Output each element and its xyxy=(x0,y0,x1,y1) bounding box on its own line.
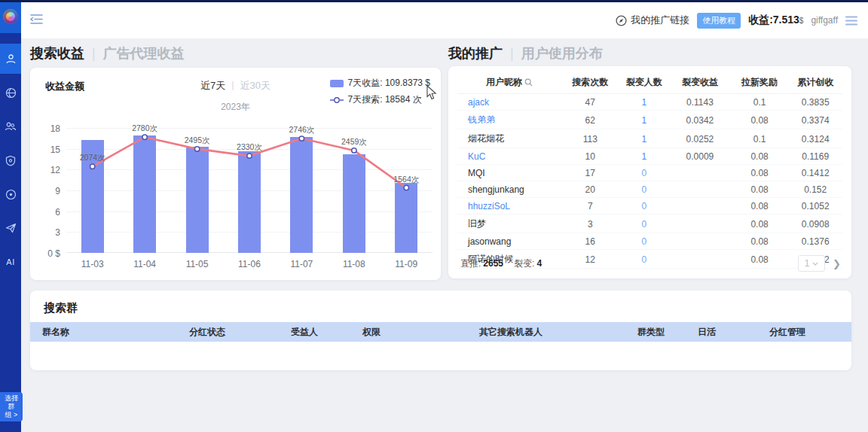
cell-new-reward: 0.08 xyxy=(731,148,789,165)
cell-total: 0.3374 xyxy=(788,111,842,129)
cell-nickname: shengjunkang xyxy=(457,181,561,198)
cell-nickname[interactable]: KuC xyxy=(457,148,561,165)
cell-total: 0.152 xyxy=(788,181,842,198)
line-point-label: 2780次 xyxy=(132,123,157,132)
x-tick-label: 11-09 xyxy=(381,259,432,269)
revenue-amount: 收益:7.513$ xyxy=(748,14,803,27)
cell-fission-count[interactable]: 0 xyxy=(619,165,669,181)
cell-fission-count[interactable]: 0 xyxy=(619,181,669,198)
line-point-label: 2330次 xyxy=(237,142,262,151)
cell-nickname[interactable]: 钱弟弟 xyxy=(457,111,561,129)
promo-link-label: 我的推广链接 xyxy=(631,14,689,27)
range-7days[interactable]: 近7天 xyxy=(200,79,225,93)
cell-fission-count[interactable]: 0 xyxy=(619,233,669,250)
promo-table-row: KuC1010.00090.080.1169 xyxy=(457,148,842,165)
cell-nickname: jasonwang xyxy=(457,233,561,250)
metric-label: 收益金额 xyxy=(45,80,84,93)
top-edge-strip xyxy=(0,0,868,2)
line-marker[interactable] xyxy=(299,136,304,141)
cell-searches: 47 xyxy=(561,94,619,111)
cell-total: 0.1376 xyxy=(788,233,842,250)
line-point-label: 2746次 xyxy=(289,125,314,134)
cell-nickname: MQI xyxy=(457,165,561,181)
cell-fission-count[interactable]: 1 xyxy=(619,111,669,129)
cell-fission-revenue xyxy=(669,233,731,250)
cell-fission-count[interactable]: 1 xyxy=(619,94,669,111)
cell-total: 0.1169 xyxy=(788,148,842,165)
x-tick-label: 11-07 xyxy=(276,259,328,269)
search-line-layer: 2074次2780次2495次2330次2746次2459次1564次 xyxy=(66,128,432,253)
header-searches: 搜索次数 xyxy=(561,71,619,94)
cell-total: 0.1412 xyxy=(788,165,842,181)
page-select[interactable]: 1 xyxy=(798,255,825,272)
direct-value: 2655 xyxy=(483,258,503,269)
line-marker[interactable] xyxy=(142,135,147,139)
select-group-badge[interactable]: 选择群 组 > xyxy=(0,392,23,421)
legend-revenue-label: 7天收益: 109.8373 $ xyxy=(348,77,430,90)
sidebar-item-send-icon[interactable] xyxy=(0,213,21,243)
cell-new-reward: 0.08 xyxy=(731,165,789,181)
sidebar-item-shield-icon[interactable] xyxy=(0,145,21,175)
cell-searches: 10 xyxy=(561,148,619,165)
next-page-icon[interactable]: ❯ xyxy=(833,258,841,269)
sidebar-item-globe-icon[interactable] xyxy=(0,78,21,108)
line-point-label: 2459次 xyxy=(341,137,367,146)
line-marker[interactable] xyxy=(352,148,356,153)
cell-total: 0.3124 xyxy=(788,129,842,148)
cell-searches: 7 xyxy=(561,198,619,214)
legend-search[interactable]: 7天搜索: 18584 次 xyxy=(330,93,430,106)
y-tick-label: 15 xyxy=(35,145,60,155)
legend-revenue[interactable]: 7天收益: 109.8373 $ xyxy=(330,77,430,90)
legend-search-label: 7天搜索: 18584 次 xyxy=(348,93,422,106)
my-promo-link[interactable]: 我的推广链接 xyxy=(616,14,689,27)
cell-nickname[interactable]: hhuzziSoL xyxy=(457,198,561,214)
select-group-line1: 选择群 xyxy=(2,394,21,411)
x-tick-label: 11-06 xyxy=(223,259,275,269)
cell-new-reward: 0.08 xyxy=(731,181,789,198)
line-marker[interactable] xyxy=(194,147,199,151)
tab-my-promotion[interactable]: 我的推广 xyxy=(448,44,503,62)
promo-table-row: 烟花烟花11310.02520.10.3124 xyxy=(457,129,842,148)
hamburger-menu-icon[interactable] xyxy=(845,16,857,26)
cell-new-reward: 0.1 xyxy=(731,129,789,148)
promo-table-row: shengjunkang2000.080.152 xyxy=(457,181,842,198)
x-tick-label: 11-08 xyxy=(328,259,380,269)
line-marker[interactable] xyxy=(90,164,95,169)
cell-fission-count[interactable]: 0 xyxy=(619,214,669,233)
line-marker[interactable] xyxy=(404,185,408,190)
cell-nickname[interactable]: ajack xyxy=(457,94,561,111)
sidebar-item-user-icon[interactable] xyxy=(0,44,21,74)
groups-title: 搜索群 xyxy=(44,301,78,315)
x-tick-label: 11-05 xyxy=(171,259,223,269)
sidebar-item-ai[interactable]: AI xyxy=(0,247,21,277)
line-marker[interactable] xyxy=(247,154,252,158)
sidebar-item-team-icon[interactable] xyxy=(0,111,21,141)
main-content: 搜索收益 | 广告代理收益 我的推广 | 用户使用分布 收益金额 近7天 | 近… xyxy=(21,38,868,432)
cell-fission-count[interactable]: 1 xyxy=(619,148,669,165)
x-tick-label: 11-03 xyxy=(66,259,118,269)
cell-fission-revenue: 0.1143 xyxy=(669,94,731,111)
top-header: 我的推广链接 使用教程 收益:7.513$ giffgaff xyxy=(21,2,868,38)
revenue-chart-card: 收益金额 近7天 | 近30天 2023年 7天收益: 109.8373 $ 7… xyxy=(30,68,441,280)
cell-fission-count[interactable]: 0 xyxy=(619,198,669,214)
range-separator: | xyxy=(231,79,234,93)
sidebar-item-disc-icon[interactable] xyxy=(0,179,21,209)
tab-ad-agent-revenue[interactable]: 广告代理收益 xyxy=(103,44,185,62)
search-groups-card: 搜索群 群名称分红状态受益人权限其它搜索机器人群类型日活分红管理 xyxy=(30,291,851,370)
tab-search-revenue[interactable]: 搜索收益 xyxy=(30,44,84,62)
app-logo[interactable] xyxy=(0,0,21,33)
line-point-label: 2074次 xyxy=(80,153,105,162)
page-number: 1 xyxy=(805,258,810,269)
search-icon[interactable] xyxy=(524,78,533,87)
tutorial-badge[interactable]: 使用教程 xyxy=(697,13,741,29)
cell-fission-revenue xyxy=(669,181,731,198)
header-nickname[interactable]: 用户昵称 xyxy=(457,71,561,94)
range-tabs: 近7天 | 近30天 xyxy=(200,79,270,93)
cell-fission-count[interactable]: 1 xyxy=(619,129,669,148)
group-header-3: 权限 xyxy=(350,326,467,339)
left-panel-title: 搜索收益 | 广告代理收益 xyxy=(30,44,185,62)
range-30days[interactable]: 近30天 xyxy=(240,79,270,93)
menu-fold-icon[interactable] xyxy=(30,14,43,28)
promo-table-row: hhuzziSoL700.080.1052 xyxy=(457,198,842,214)
tab-user-distribution[interactable]: 用户使用分布 xyxy=(521,44,603,62)
